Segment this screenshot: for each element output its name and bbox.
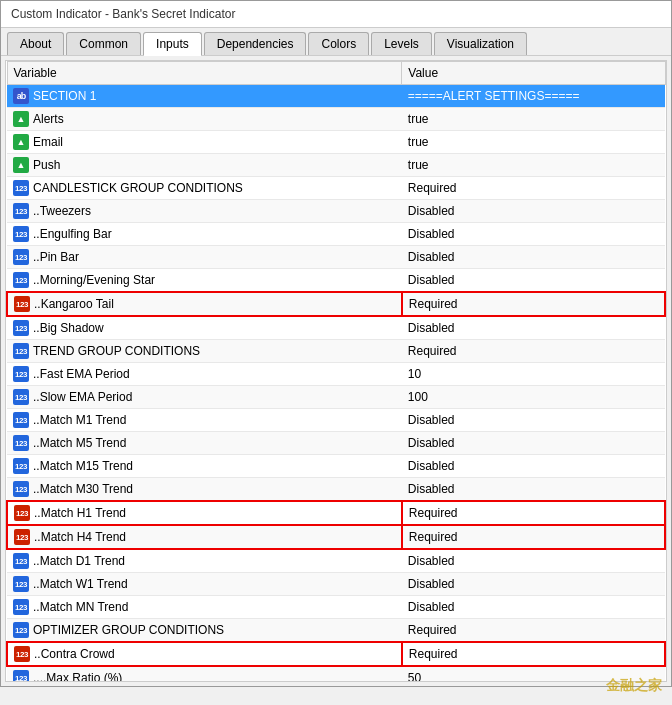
cell-variable: 123..Match D1 Trend bbox=[7, 549, 402, 573]
cell-value: Disabled bbox=[402, 269, 665, 293]
row-icon: ab bbox=[13, 88, 29, 104]
row-icon: 123 bbox=[13, 272, 29, 288]
row-icon: 123 bbox=[13, 180, 29, 196]
cell-variable: 123....Max Ratio (%) bbox=[7, 666, 402, 681]
variable-text: ..Match W1 Trend bbox=[33, 577, 128, 591]
window-title: Custom Indicator - Bank's Secret Indicat… bbox=[11, 7, 235, 21]
table-row[interactable]: ▲Pushtrue bbox=[7, 154, 665, 177]
tab-levels[interactable]: Levels bbox=[371, 32, 432, 55]
variable-text: OPTIMIZER GROUP CONDITIONS bbox=[33, 623, 224, 637]
cell-value: Disabled bbox=[402, 478, 665, 502]
variable-text: CANDLESTICK GROUP CONDITIONS bbox=[33, 181, 243, 195]
cell-variable: 123..Tweezers bbox=[7, 200, 402, 223]
cell-value: Required bbox=[402, 177, 665, 200]
cell-variable: 123..Match M1 Trend bbox=[7, 409, 402, 432]
row-icon: 123 bbox=[13, 320, 29, 336]
tab-colors[interactable]: Colors bbox=[308, 32, 369, 55]
row-icon: 123 bbox=[13, 203, 29, 219]
cell-variable: 123OPTIMIZER GROUP CONDITIONS bbox=[7, 619, 402, 643]
table-container[interactable]: Variable Value abSECTION 1=====ALERT SET… bbox=[6, 61, 666, 681]
table-row[interactable]: 123..Fast EMA Period10 bbox=[7, 363, 665, 386]
row-icon: 123 bbox=[13, 389, 29, 405]
table-row[interactable]: 123..Match MN TrendDisabled bbox=[7, 596, 665, 619]
table-row[interactable]: 123..Pin BarDisabled bbox=[7, 246, 665, 269]
col-header-variable: Variable bbox=[7, 62, 402, 85]
row-icon: 123 bbox=[14, 646, 30, 662]
variable-text: ..Engulfing Bar bbox=[33, 227, 112, 241]
variable-text: ....Max Ratio (%) bbox=[33, 671, 122, 681]
table-row[interactable]: 123..Match D1 TrendDisabled bbox=[7, 549, 665, 573]
variable-text: ..Match H1 Trend bbox=[34, 506, 126, 520]
table-row[interactable]: 123TREND GROUP CONDITIONSRequired bbox=[7, 340, 665, 363]
cell-value: true bbox=[402, 108, 665, 131]
tab-dependencies[interactable]: Dependencies bbox=[204, 32, 307, 55]
cell-value: Disabled bbox=[402, 316, 665, 340]
cell-value: Disabled bbox=[402, 432, 665, 455]
tab-about[interactable]: About bbox=[7, 32, 64, 55]
row-icon: 123 bbox=[14, 529, 30, 545]
table-row[interactable]: ▲Emailtrue bbox=[7, 131, 665, 154]
cell-variable: ▲Alerts bbox=[7, 108, 402, 131]
table-row[interactable]: 123..Kangaroo TailRequired bbox=[7, 292, 665, 316]
variable-text: ..Match H4 Trend bbox=[34, 530, 126, 544]
table-row[interactable]: 123..Match H4 TrendRequired bbox=[7, 525, 665, 549]
row-icon: ▲ bbox=[13, 111, 29, 127]
cell-value: 10 bbox=[402, 363, 665, 386]
cell-variable: 123..Contra Crowd bbox=[7, 642, 402, 666]
table-row[interactable]: 123..Engulfing BarDisabled bbox=[7, 223, 665, 246]
table-row[interactable]: 123....Max Ratio (%)50 bbox=[7, 666, 665, 681]
row-icon: 123 bbox=[13, 435, 29, 451]
row-icon: 123 bbox=[13, 343, 29, 359]
row-icon: 123 bbox=[14, 296, 30, 312]
table-row[interactable]: 123..TweezersDisabled bbox=[7, 200, 665, 223]
tab-inputs[interactable]: Inputs bbox=[143, 32, 202, 56]
table-row[interactable]: 123..Contra CrowdRequired bbox=[7, 642, 665, 666]
table-row[interactable]: 123..Match M5 TrendDisabled bbox=[7, 432, 665, 455]
table-row[interactable]: abSECTION 1=====ALERT SETTINGS===== bbox=[7, 85, 665, 108]
variable-text: ..Kangaroo Tail bbox=[34, 297, 114, 311]
cell-variable: 123..Morning/Evening Star bbox=[7, 269, 402, 293]
cell-variable: 123CANDLESTICK GROUP CONDITIONS bbox=[7, 177, 402, 200]
variable-text: Push bbox=[33, 158, 60, 172]
row-icon: 123 bbox=[13, 481, 29, 497]
cell-value: Required bbox=[402, 292, 665, 316]
row-icon: 123 bbox=[13, 576, 29, 592]
table-row[interactable]: 123CANDLESTICK GROUP CONDITIONSRequired bbox=[7, 177, 665, 200]
cell-variable: 123..Fast EMA Period bbox=[7, 363, 402, 386]
variable-text: SECTION 1 bbox=[33, 89, 96, 103]
table-row[interactable]: 123..Match H1 TrendRequired bbox=[7, 501, 665, 525]
variable-text: ..Contra Crowd bbox=[34, 647, 115, 661]
table-row[interactable]: 123..Slow EMA Period100 bbox=[7, 386, 665, 409]
table-row[interactable]: 123..Match W1 TrendDisabled bbox=[7, 573, 665, 596]
variable-text: ..Big Shadow bbox=[33, 321, 104, 335]
table-row[interactable]: 123..Big ShadowDisabled bbox=[7, 316, 665, 340]
variable-text: ..Match MN Trend bbox=[33, 600, 128, 614]
table-row[interactable]: 123..Match M1 TrendDisabled bbox=[7, 409, 665, 432]
cell-value: Disabled bbox=[402, 596, 665, 619]
variable-text: ..Morning/Evening Star bbox=[33, 273, 155, 287]
cell-value: Disabled bbox=[402, 549, 665, 573]
cell-value: Required bbox=[402, 642, 665, 666]
variable-text: TREND GROUP CONDITIONS bbox=[33, 344, 200, 358]
variable-text: ..Pin Bar bbox=[33, 250, 79, 264]
cell-value: Disabled bbox=[402, 246, 665, 269]
table-row[interactable]: 123..Morning/Evening StarDisabled bbox=[7, 269, 665, 293]
cell-variable: 123..Match M5 Trend bbox=[7, 432, 402, 455]
table-row[interactable]: ▲Alertstrue bbox=[7, 108, 665, 131]
tab-common[interactable]: Common bbox=[66, 32, 141, 55]
row-icon: 123 bbox=[14, 505, 30, 521]
table-row[interactable]: 123..Match M30 TrendDisabled bbox=[7, 478, 665, 502]
row-icon: 123 bbox=[13, 670, 29, 681]
table-row[interactable]: 123..Match M15 TrendDisabled bbox=[7, 455, 665, 478]
cell-variable: ▲Email bbox=[7, 131, 402, 154]
variable-text: ..Match M5 Trend bbox=[33, 436, 126, 450]
content-area: Variable Value abSECTION 1=====ALERT SET… bbox=[5, 60, 667, 682]
tab-bar: AboutCommonInputsDependenciesColorsLevel… bbox=[1, 28, 671, 56]
variable-text: ..Match D1 Trend bbox=[33, 554, 125, 568]
table-row[interactable]: 123OPTIMIZER GROUP CONDITIONSRequired bbox=[7, 619, 665, 643]
tab-visualization[interactable]: Visualization bbox=[434, 32, 527, 55]
col-header-value: Value bbox=[402, 62, 665, 85]
row-icon: 123 bbox=[13, 249, 29, 265]
cell-value: Required bbox=[402, 619, 665, 643]
row-icon: 123 bbox=[13, 412, 29, 428]
